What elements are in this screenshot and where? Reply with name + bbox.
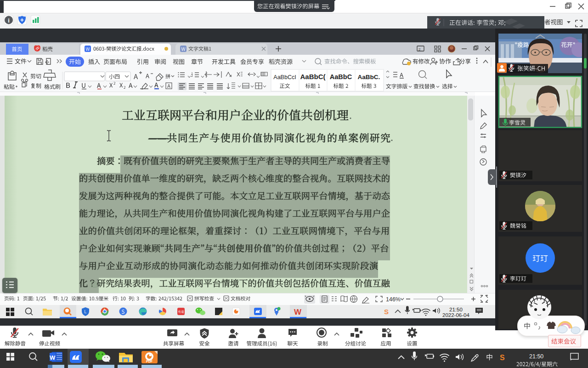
svg-text:S: S [500, 354, 505, 362]
svg-text:21:50: 21:50 [529, 353, 543, 360]
svg-text:i: i [8, 17, 10, 24]
svg-text:W: W [294, 308, 302, 316]
svg-text:W: W [50, 354, 56, 361]
svg-text:PDF: PDF [146, 360, 153, 363]
svg-text:21:50: 21:50 [449, 307, 463, 312]
svg-text:S: S [384, 308, 389, 316]
svg-text:2: 2 [418, 47, 421, 52]
svg-text:AaBbC(: AaBbC( [300, 73, 326, 80]
svg-text:AaBbC: AaBbC [330, 73, 352, 80]
svg-text:146%: 146% [386, 296, 401, 303]
svg-text:AaBbCcI: AaBbCcI [273, 74, 296, 80]
svg-text:AaBbC.: AaBbC. [358, 74, 380, 80]
svg-text:2022-06-04: 2022-06-04 [442, 312, 469, 318]
